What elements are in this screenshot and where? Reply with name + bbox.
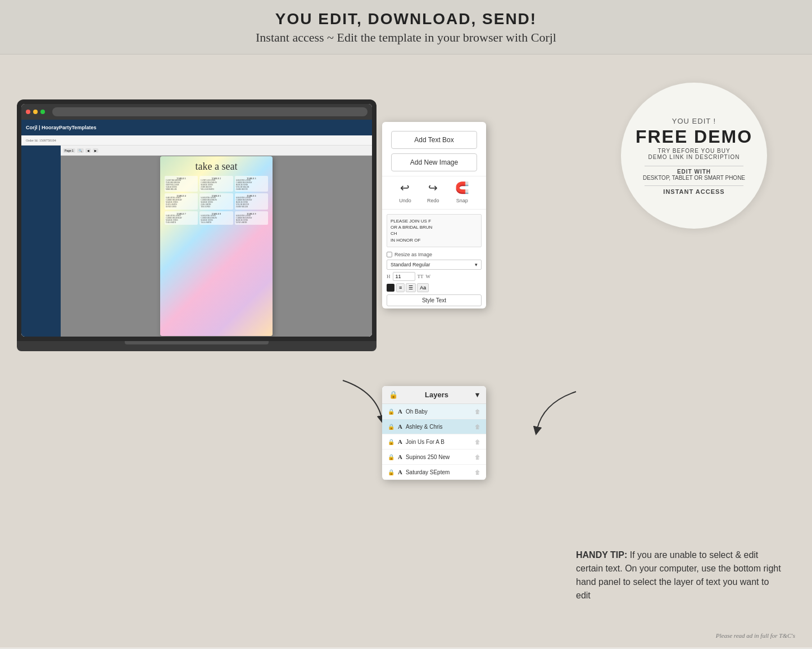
delete-icon[interactable]: 🗑 [475, 424, 480, 430]
layer-item-supinos[interactable]: 🔒 A Supinos 250 New 🗑 [382, 450, 486, 465]
layers-header: 🔒 Layers ▾ [382, 386, 486, 404]
height-input[interactable] [393, 272, 415, 281]
badge-try-before: TRY BEFORE YOU BUY [657, 148, 730, 154]
delete-icon[interactable]: 🗑 [475, 469, 480, 475]
browser-content: Corjl | HoorayPartyTemplates Order Id: 1… [21, 120, 372, 337]
chart-table-8: TABLE 8 SAMANTHA JONESCARRIE BRADSHAWMAR… [199, 211, 233, 225]
chart-title: take a seat [165, 161, 268, 173]
layer-type: A [398, 423, 402, 430]
redo-label: Redo [427, 198, 439, 203]
lock-icon: 🔒 [388, 424, 394, 430]
seating-chart: take a seat TABLE 1 CASEY BRADSHAWTARA B… [160, 156, 273, 336]
height-label: H [387, 274, 391, 279]
footer-note: Please read ad in full for T&C's [716, 632, 795, 639]
chart-table-2: TABLE 2 CATHY LEE JONESCARRIE BRADSHAWMA… [199, 176, 233, 192]
format-row: ≡ ☰ Aa [387, 283, 482, 292]
chart-table-3: TABLE 3 SAMANTHA JONESCARRIE BRADSHAWMAR… [235, 176, 268, 192]
laptop-screen: Corjl | HoorayPartyTemplates Order Id: 1… [17, 99, 376, 341]
editor-canvas[interactable]: take a seat TABLE 1 CASEY BRADSHAWTARA B… [61, 156, 372, 337]
font-name: Standard Regular [391, 262, 430, 267]
layer-name: Saturday SEptem [406, 469, 471, 475]
delete-icon[interactable]: 🗑 [475, 409, 480, 415]
subheadline: Instant access ~ Edit the template in yo… [11, 30, 801, 45]
text-size-button[interactable]: Aa [417, 283, 429, 292]
laptop: Corjl | HoorayPartyTemplates Order Id: 1… [17, 99, 376, 380]
corjl-nav: Order Id: 1509758194 [21, 135, 372, 146]
maximize-dot [40, 110, 45, 114]
badge-edit-with: EDIT WITH [677, 169, 711, 175]
handy-tip-text: HANDY TIP: If you are unable to select &… [576, 548, 784, 602]
lock-icon: 🔒 [388, 409, 394, 415]
chart-table-1: TABLE 1 CASEY BRADSHAWTARA BRADSHAWJOHN … [165, 176, 198, 192]
layer-name: Ashley & Chris [406, 424, 471, 430]
layers-popup: 🔒 Layers ▾ 🔒 A Oh Baby 🗑 🔒 A Ashley & Ch… [382, 386, 486, 480]
resize-label: Resize as Image [394, 252, 432, 257]
chart-table-9: TABLE 9 SAMANTHA JONESCARRIE BRADSHAWMAR… [235, 211, 268, 225]
lock-icon: 🔒 [389, 391, 398, 399]
lock-icon: 🔒 [388, 469, 394, 475]
editor-toolbar: Page 1 🔍 ◀ ▶ [61, 146, 372, 156]
badge-divider [645, 166, 743, 166]
layer-type: A [398, 469, 402, 475]
style-text-button[interactable]: Style Text [387, 294, 482, 306]
add-text-box-button[interactable]: Add Text Box [391, 131, 477, 149]
align-center-button[interactable]: ☰ [406, 283, 416, 292]
nav-order-id: Order Id: 1509758194 [26, 139, 56, 142]
snap-icon: 🧲 [455, 181, 469, 194]
layer-name: Supinos 250 New [406, 454, 471, 460]
lock-icon: 🔒 [388, 439, 394, 445]
url-bar[interactable] [52, 107, 368, 116]
corjl-header: Corjl | HoorayPartyTemplates [21, 120, 372, 135]
layer-name: Join Us For A B [406, 439, 471, 445]
layer-item-join-us[interactable]: 🔒 A Join Us For A B 🗑 [382, 434, 486, 450]
resize-checkbox[interactable] [387, 252, 392, 257]
snap-label: Snap [456, 198, 468, 203]
color-swatch[interactable] [387, 284, 394, 292]
corjl-logo: Corjl | HoorayPartyTemplates [26, 125, 96, 130]
redo-icon: ↪ [427, 181, 439, 194]
screen-inner: Corjl | HoorayPartyTemplates Order Id: 1… [21, 104, 372, 337]
layer-name: Oh Baby [406, 409, 471, 415]
format-buttons: ≡ ☰ Aa [396, 283, 429, 292]
chart-table-4: TABLE 4 SAMANTHA JONESCARRIE BRADSHAWMAR… [165, 193, 198, 209]
laptop-base [17, 341, 376, 351]
toolbar-zoom[interactable]: 🔍 [77, 148, 84, 153]
badge-demo-link: DEMO LINK IN DESCRIPTION [648, 154, 740, 160]
layer-type: A [398, 438, 402, 445]
chart-table-7: TABLE 7 SAMANTHA JONESCARRIE BRADSHAWMAR… [165, 211, 198, 225]
snap-icon-item[interactable]: 🧲 Snap [455, 181, 469, 205]
delete-icon[interactable]: 🗑 [475, 454, 480, 460]
undo-icon-item[interactable]: ↩ Undo [399, 181, 411, 205]
headline: YOU EDIT, DOWNLOAD, SEND! [11, 10, 801, 28]
layer-item-saturday[interactable]: 🔒 A Saturday SEptem 🗑 [382, 465, 486, 480]
main-area: Corjl | HoorayPartyTemplates Order Id: 1… [0, 55, 812, 647]
font-dropdown[interactable]: Standard Regular ▾ [387, 260, 482, 270]
handy-tip-strong: HANDY TIP: [576, 550, 627, 560]
layers-title: Layers [425, 391, 448, 399]
laptop-hinge [125, 341, 269, 344]
toolbar-next[interactable]: ▶ [93, 148, 98, 153]
align-left-button[interactable]: ≡ [396, 283, 405, 292]
handy-tip: HANDY TIP: If you are unable to select &… [576, 548, 784, 602]
redo-icon-item[interactable]: ↪ Redo [427, 181, 439, 205]
browser-bar [21, 104, 372, 120]
toolbar-prev[interactable]: ◀ [85, 148, 91, 153]
corjl-main: Page 1 🔍 ◀ ▶ take a seat [21, 146, 372, 337]
add-new-image-button[interactable]: Add New Image [391, 153, 477, 171]
arrow-to-tip [520, 380, 587, 448]
delete-icon[interactable]: 🗑 [475, 439, 480, 445]
layer-item-oh-baby[interactable]: 🔒 A Oh Baby 🗑 [382, 404, 486, 419]
toolbar-page[interactable]: Page 1 [63, 148, 75, 153]
lock-icon: 🔒 [388, 454, 394, 460]
chart-table-6: TABLE 6 SAMANTHA JONESCARRIE BRADSHAWMAR… [235, 193, 268, 209]
text-size-label: TT [418, 274, 424, 279]
popup-icons-row: ↩ Undo ↪ Redo 🧲 Snap [382, 176, 486, 210]
layer-type: A [398, 408, 402, 415]
layer-item-ashley-chris[interactable]: 🔒 A Ashley & Chris 🗑 [382, 419, 486, 434]
badge-devices: DESKTOP, TABLET OR SMART PHONE [643, 175, 745, 181]
corjl-sidebar [21, 146, 61, 337]
chevron-down-icon: ▾ [475, 262, 478, 267]
chart-table-5: TABLE 5 SAMANTHA JONESCARRIE BRADSHAWMAR… [199, 193, 233, 209]
chart-tables: TABLE 1 CASEY BRADSHAWTARA BRADSHAWJOHN … [165, 176, 268, 225]
undo-label: Undo [399, 198, 411, 203]
